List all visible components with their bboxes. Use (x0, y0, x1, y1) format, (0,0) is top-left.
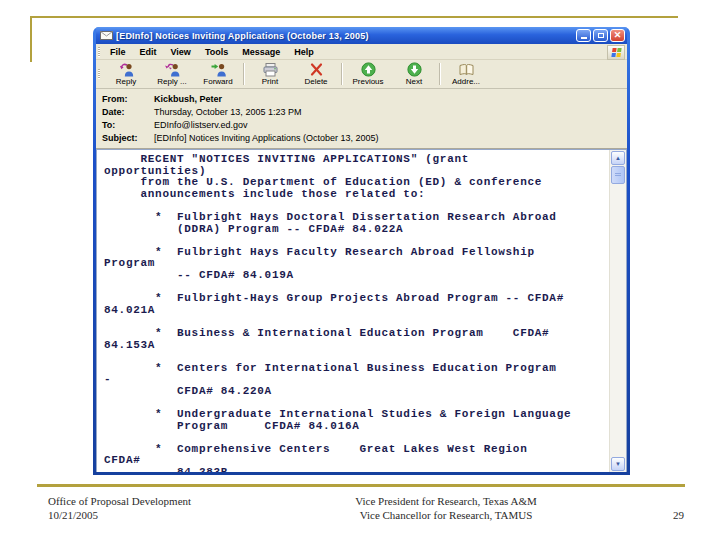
footer-date: 10/21/2005 (48, 508, 268, 522)
date-label: Date: (102, 106, 154, 119)
forward-button[interactable]: Forward (195, 61, 241, 87)
window-body: File Edit View Tools Message Help Reply (96, 44, 627, 472)
previous-button[interactable]: Previous (345, 61, 391, 87)
scrollbar-down-button[interactable]: ▼ (611, 457, 625, 471)
previous-icon (360, 62, 377, 77)
toolbar-separator (439, 63, 441, 85)
footer-page-number: 29 (624, 508, 684, 522)
to-value: EDInfo@listserv.ed.gov (154, 119, 627, 132)
minimize-icon (581, 37, 587, 39)
scrollbar-thumb-grip (615, 173, 621, 177)
mail-icon (100, 30, 113, 41)
window-titlebar: [EDInfo] Notices Inviting Applications (… (96, 27, 627, 44)
header-subject-row: Subject: [EDInfo] Notices Inviting Appli… (102, 132, 627, 145)
menubar-grip (98, 47, 100, 57)
slide-accent-line-bottom (37, 484, 685, 487)
addresses-button[interactable]: Addre... (443, 61, 489, 87)
print-button[interactable]: Print (247, 61, 293, 87)
footer-org-line1: Vice President for Research, Texas A&M (268, 494, 624, 508)
reply-button[interactable]: Reply (103, 61, 149, 87)
from-value: Kickbush, Peter (154, 93, 627, 106)
tool-button-label: Next (406, 77, 422, 86)
menu-bar: File Edit View Tools Message Help (96, 44, 627, 60)
from-label: From: (102, 93, 154, 106)
menu-file[interactable]: File (103, 47, 133, 57)
restore-icon (598, 33, 604, 38)
date-value: Thursday, October 13, 2005 1:23 PM (154, 106, 627, 119)
tool-button-label: Print (262, 77, 278, 86)
vertical-scrollbar[interactable]: ▲ ▼ (609, 150, 626, 472)
tool-button-label: Previous (352, 77, 383, 86)
menu-tools[interactable]: Tools (198, 47, 235, 57)
address-book-icon (458, 62, 475, 77)
header-date-row: Date: Thursday, October 13, 2005 1:23 PM (102, 106, 627, 119)
toolbar-grip (98, 69, 100, 79)
subject-label: Subject: (102, 132, 154, 145)
next-icon (406, 62, 423, 77)
reply-icon (118, 62, 135, 77)
minimize-button[interactable] (576, 29, 591, 42)
menu-view[interactable]: View (164, 47, 198, 57)
forward-icon (210, 62, 227, 77)
windows-logo-icon (607, 45, 625, 60)
menu-help[interactable]: Help (287, 47, 321, 57)
reply-all-button[interactable]: Reply ... (149, 61, 195, 87)
reply-all-icon (164, 62, 181, 77)
toolbar-separator (243, 63, 245, 85)
delete-icon (308, 62, 325, 77)
footer-office: Office of Proposal Development (48, 494, 268, 508)
scrollbar-thumb[interactable] (611, 166, 625, 184)
window-title: [EDInfo] Notices Inviting Applications (… (116, 31, 572, 41)
restore-button[interactable] (593, 29, 608, 42)
close-icon: ✕ (614, 31, 622, 40)
tool-button-label: Reply ... (157, 77, 186, 86)
print-icon (262, 62, 279, 77)
slide-footer: Office of Proposal Development 10/21/200… (48, 494, 684, 522)
subject-value: [EDInfo] Notices Inviting Applications (… (154, 132, 627, 145)
toolbar-separator (341, 63, 343, 85)
header-from-row: From: Kickbush, Peter (102, 93, 627, 106)
email-window: [EDInfo] Notices Inviting Applications (… (93, 27, 630, 475)
tool-button-label: Reply (116, 77, 136, 86)
footer-left-block: Office of Proposal Development 10/21/200… (48, 494, 268, 522)
tool-button-label: Forward (203, 77, 232, 86)
tool-button-label: Addre... (452, 77, 480, 86)
scrollbar-up-button[interactable]: ▲ (611, 151, 625, 165)
message-body-pane: RECENT "NOTICES INVITING APPLICATIONS" (… (96, 149, 627, 472)
tool-button-label: Delete (304, 77, 327, 86)
chevron-down-icon: ▼ (615, 461, 621, 467)
message-body-text: RECENT "NOTICES INVITING APPLICATIONS" (… (104, 154, 571, 472)
header-to-row: To: EDInfo@listserv.ed.gov (102, 119, 627, 132)
slide: { "slide": { "accent_color": "#b3a13e", … (0, 0, 720, 540)
close-button[interactable]: ✕ (610, 29, 625, 42)
menu-edit[interactable]: Edit (133, 47, 164, 57)
toolbar: Reply Reply ... For (96, 60, 627, 89)
message-headers: From: Kickbush, Peter Date: Thursday, Oc… (96, 89, 627, 149)
chevron-up-icon: ▲ (615, 155, 621, 161)
slide-accent-line-left (30, 16, 32, 62)
footer-org-line2: Vice Chancellor for Research, TAMUS (268, 508, 624, 522)
footer-center-block: Vice President for Research, Texas A&M V… (268, 494, 624, 522)
menu-message[interactable]: Message (235, 47, 287, 57)
delete-button[interactable]: Delete (293, 61, 339, 87)
slide-accent-line-top (30, 16, 678, 18)
to-label: To: (102, 119, 154, 132)
next-button[interactable]: Next (391, 61, 437, 87)
